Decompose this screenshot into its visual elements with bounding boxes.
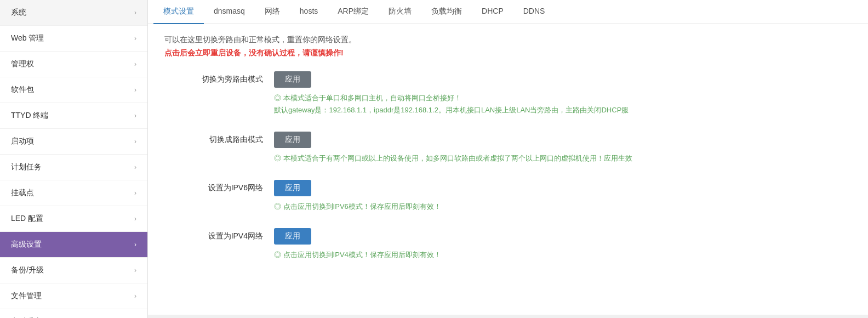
chevron-icon: › <box>134 35 136 42</box>
sidebar-item-label: 备份/升级 <box>11 265 44 275</box>
chevron-icon: › <box>134 163 136 171</box>
setting-row-bypass: 切换为旁路由模式应用◎ 本模式适合于单口和多网口主机，自动将网口全桥接好！默认g… <box>164 71 852 121</box>
sidebar-item-label: 高级设置 <box>11 240 42 249</box>
tab-ddns[interactable]: DDNS <box>513 0 555 24</box>
tab-dhcp[interactable]: DHCP <box>472 0 513 24</box>
info-text: 可以在这里切换旁路由和正常模式，重置你的网络设置。 <box>164 35 852 45</box>
chevron-icon: › <box>134 241 136 248</box>
sidebar-item-label: 软件包 <box>11 85 34 95</box>
setting-label-ipv4: 设置为IPV4网络 <box>164 228 274 241</box>
sidebar: 系统›Web 管理›管理权›软件包›TTYD 终端›启动项›计划任务›挂载点›L… <box>0 0 148 318</box>
apply-button-ipv4[interactable]: 应用 <box>274 228 311 245</box>
sidebar-item-reboot[interactable]: 定时重启› <box>0 309 147 318</box>
setting-label-ipv6: 设置为IPV6网络 <box>164 180 274 193</box>
setting-right-ipv6: 应用◎ 点击应用切换到IPV6模式！保存应用后即刻有效！ <box>274 180 852 212</box>
setting-row-ipv4: 设置为IPV4网络应用◎ 点击应用切换到IPV4模式！保存应用后即刻有效！ <box>164 228 852 265</box>
tab-hosts[interactable]: hosts <box>290 0 328 24</box>
sidebar-item-label: 管理权 <box>11 59 34 69</box>
hint1-router: ◎ 本模式适合于有两个网口或以上的设备使用，如多网口软路由或者虚拟了两个以上网口… <box>274 154 852 163</box>
warning-text: 点击后会立即重启设备，没有确认过程，请谨慎操作! <box>164 48 852 58</box>
sidebar-item-label: 计划任务 <box>11 162 42 172</box>
sidebar-item-software[interactable]: 软件包› <box>0 77 147 103</box>
chevron-icon: › <box>134 86 136 94</box>
tab-dnsmasq[interactable]: dnsmasq <box>204 0 255 24</box>
hint1-ipv4: ◎ 点击应用切换到IPV4模式！保存应用后即刻有效！ <box>274 250 852 260</box>
sidebar-item-label: TTYD 终端 <box>11 111 48 121</box>
hint1-bypass: ◎ 本模式适合于单口和多网口主机，自动将网口全桥接好！ <box>274 93 852 103</box>
sidebar-item-admin-rights[interactable]: 管理权› <box>0 52 147 77</box>
setting-label-router: 切换成路由模式 <box>164 132 274 145</box>
sidebar-item-label: 挂载点 <box>11 188 34 198</box>
sidebar-item-scheduled[interactable]: 计划任务› <box>0 155 147 180</box>
sidebar-item-startup[interactable]: 启动项› <box>0 129 147 155</box>
chevron-icon: › <box>134 266 136 274</box>
setting-rows: 切换为旁路由模式应用◎ 本模式适合于单口和多网口主机，自动将网口全桥接好！默认g… <box>164 71 852 265</box>
setting-right-ipv4: 应用◎ 点击应用切换到IPV4模式！保存应用后即刻有效！ <box>274 228 852 260</box>
setting-label-bypass: 切换为旁路由模式 <box>164 71 274 84</box>
sidebar-item-label: LED 配置 <box>11 214 43 224</box>
sidebar-item-mount[interactable]: 挂载点› <box>0 180 147 206</box>
chevron-icon: › <box>134 189 136 197</box>
tab-load-balance[interactable]: 负载均衡 <box>421 0 472 24</box>
setting-right-bypass: 应用◎ 本模式适合于单口和多网口主机，自动将网口全桥接好！默认gateway是：… <box>274 71 852 115</box>
sidebar-item-file-manager[interactable]: 文件管理› <box>0 283 147 309</box>
sidebar-item-ttyd[interactable]: TTYD 终端› <box>0 103 147 129</box>
sidebar-item-backup[interactable]: 备份/升级› <box>0 258 147 283</box>
sidebar-item-web-admin[interactable]: Web 管理› <box>0 26 147 52</box>
chevron-icon: › <box>134 112 136 120</box>
setting-right-router: 应用◎ 本模式适合于有两个网口或以上的设备使用，如多网口软路由或者虚拟了两个以上… <box>274 132 852 163</box>
content-area: 可以在这里切换旁路由和正常模式，重置你的网络设置。 点击后会立即重启设备，没有确… <box>148 24 868 315</box>
sidebar-item-label: 文件管理 <box>11 291 42 301</box>
sidebar-item-label: 启动项 <box>11 137 34 146</box>
chevron-icon: › <box>134 60 136 68</box>
main-content: 模式设置dnsmasq网络hostsARP绑定防火墙负载均衡DHCPDDNS 可… <box>148 0 868 318</box>
sidebar-item-system[interactable]: 系统› <box>0 0 147 26</box>
sidebar-item-led[interactable]: LED 配置› <box>0 206 147 232</box>
tab-firewall[interactable]: 防火墙 <box>379 0 421 24</box>
setting-row-ipv6: 设置为IPV6网络应用◎ 点击应用切换到IPV6模式！保存应用后即刻有效！ <box>164 180 852 217</box>
sidebar-item-advanced[interactable]: 高级设置› <box>0 232 147 258</box>
tab-mode[interactable]: 模式设置 <box>153 0 204 24</box>
apply-button-bypass[interactable]: 应用 <box>274 71 311 88</box>
chevron-icon: › <box>134 9 136 16</box>
hint1-ipv6: ◎ 点击应用切换到IPV6模式！保存应用后即刻有效！ <box>274 202 852 212</box>
setting-row-router: 切换成路由模式应用◎ 本模式适合于有两个网口或以上的设备使用，如多网口软路由或者… <box>164 132 852 169</box>
tab-arp[interactable]: ARP绑定 <box>328 0 379 24</box>
chevron-icon: › <box>134 138 136 145</box>
sidebar-item-label: 系统 <box>11 8 26 18</box>
tab-network[interactable]: 网络 <box>255 0 290 24</box>
chevron-icon: › <box>134 292 136 300</box>
apply-button-ipv6[interactable]: 应用 <box>274 180 311 196</box>
apply-button-router[interactable]: 应用 <box>274 132 311 148</box>
tabs-bar: 模式设置dnsmasq网络hostsARP绑定防火墙负载均衡DHCPDDNS <box>148 0 868 24</box>
sidebar-item-label: Web 管理 <box>11 33 44 43</box>
hint2-bypass: 默认gateway是：192.168.1.1，ipaddr是192.168.1.… <box>274 105 852 115</box>
chevron-icon: › <box>134 215 136 223</box>
